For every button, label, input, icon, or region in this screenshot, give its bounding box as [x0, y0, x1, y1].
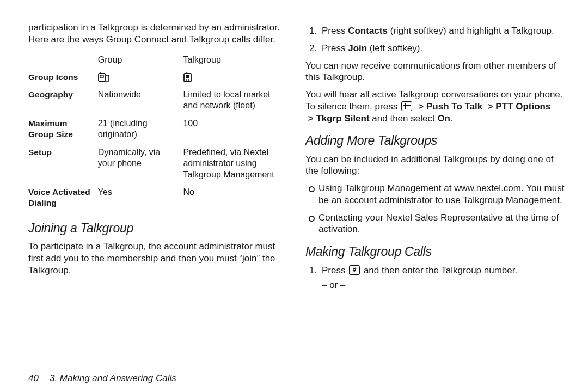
cell-voice-talk: No	[183, 183, 289, 212]
cell-max-group: 21 (including originator)	[98, 115, 183, 144]
join-steps: Press Contacts (right softkey) and highl…	[305, 25, 566, 54]
step1-bold: Contacts	[348, 26, 388, 36]
col-header-group: Group	[98, 51, 183, 69]
svg-line-3	[108, 75, 109, 76]
group-connect-icon	[98, 72, 110, 83]
table-row: Setup Dynamically, via your phone Predef…	[28, 144, 289, 183]
cell-setup-group: Dynamically, via your phone	[98, 144, 183, 183]
joining-body: To participate in a Talkgroup, the accou…	[28, 241, 289, 276]
bullet1-pre: Using Talkgroup Management at	[318, 183, 454, 193]
heading-joining: Joining a Talkgroup	[28, 220, 289, 236]
page-number: 40	[28, 372, 39, 384]
silence-on: On	[437, 113, 450, 124]
step2-pre: Press	[322, 43, 348, 53]
step-1: Press and then enter the Talkgroup numbe…	[320, 265, 566, 292]
right-column: Press Contacts (right softkey) and highl…	[305, 22, 566, 364]
receive-paragraph: You can now receive communications from …	[305, 60, 566, 84]
silence-tkgrp: Tkgrp Silent	[316, 113, 369, 124]
svg-rect-5	[186, 75, 189, 78]
svg-rect-0	[99, 74, 105, 81]
making-s1-post: and then enter the Talkgroup number.	[361, 265, 517, 275]
making-s1-pre: Press	[322, 265, 348, 275]
nextel-link[interactable]: www.nextel.com	[454, 183, 521, 193]
silence-ptt: Push To Talk	[426, 101, 482, 112]
svg-point-8	[188, 79, 189, 81]
chevron-right-icon: >	[416, 101, 426, 112]
step-2: Press Join (left softkey).	[320, 42, 566, 54]
table-row: Group Icons	[28, 69, 289, 86]
manual-page: participation in a Talkgroup is determin…	[0, 0, 588, 392]
cell-max-talk: 100	[183, 115, 289, 144]
row-label-geography: Geography	[28, 86, 98, 115]
svg-rect-1	[100, 75, 103, 78]
table-header-row: Group Talkgroup	[28, 51, 289, 69]
hash-key-icon	[349, 265, 360, 275]
cell-setup-talk: Predefined, via Nextel administrator usi…	[183, 144, 289, 183]
heading-making: Making Talkgroup Calls	[305, 244, 566, 260]
table-row: Geography Nationwide Limited to local ma…	[28, 86, 289, 115]
comparison-table: Group Talkgroup Group Icons	[28, 51, 289, 212]
talkgroup-icon	[183, 72, 193, 83]
cell-geography-group: Nationwide	[98, 86, 183, 115]
making-steps: Press and then enter the Talkgroup numbe…	[305, 265, 566, 292]
chevron-right-icon: >	[305, 113, 316, 124]
col-header-talkgroup: Talkgroup	[183, 51, 289, 69]
menu-key-icon	[401, 101, 412, 111]
left-column: participation in a Talkgroup is determin…	[28, 22, 289, 364]
row-label-max: Maximum Group Size	[28, 115, 98, 144]
or-line: – or –	[322, 279, 566, 291]
step2-post: (left softkey).	[367, 43, 422, 53]
row-label-group-icons: Group Icons	[28, 69, 98, 86]
heading-adding: Adding More Talkgroups	[305, 133, 566, 149]
step-1: Press Contacts (right softkey) and highl…	[320, 25, 566, 37]
two-column-layout: participation in a Talkgroup is determin…	[28, 22, 566, 364]
chapter-title: 3. Making and Answering Calls	[50, 372, 176, 384]
silence-paragraph: You will hear all active Talkgroup conve…	[305, 89, 566, 124]
page-footer: 40 3. Making and Answering Calls	[28, 364, 566, 392]
cell-group-icon	[98, 69, 183, 86]
table-row: Maximum Group Size 21 (including origina…	[28, 115, 289, 144]
row-label-setup: Setup	[28, 144, 98, 183]
step2-bold: Join	[348, 43, 367, 53]
svg-point-7	[186, 79, 187, 81]
cell-geography-talk: Limited to local market and network (fle…	[183, 86, 289, 115]
row-label-voice: Voice Activated Dialing	[28, 183, 98, 212]
intro-paragraph: participation in a Talkgroup is determin…	[28, 22, 289, 46]
silence-ptt-options: PTT Options	[495, 101, 550, 112]
adding-bullets: Using Talkgroup Management at www.nextel…	[305, 182, 566, 235]
cell-voice-group: Yes	[98, 183, 183, 212]
silence-tail-post: .	[450, 113, 453, 124]
list-item: Using Talkgroup Management at www.nextel…	[309, 182, 566, 206]
adding-intro: You can be included in additional Talkgr…	[305, 154, 566, 177]
step1-post: (right softkey) and highlight a Talkgrou…	[388, 26, 554, 36]
silence-tail-pre: and then select	[370, 113, 438, 124]
chevron-right-icon: >	[485, 101, 495, 112]
table-row: Voice Activated Dialing Yes No	[28, 183, 289, 212]
step1-pre: Press	[322, 26, 348, 36]
cell-talkgroup-icon	[183, 69, 289, 86]
list-item: Contacting your Nextel Sales Representat…	[309, 212, 566, 236]
